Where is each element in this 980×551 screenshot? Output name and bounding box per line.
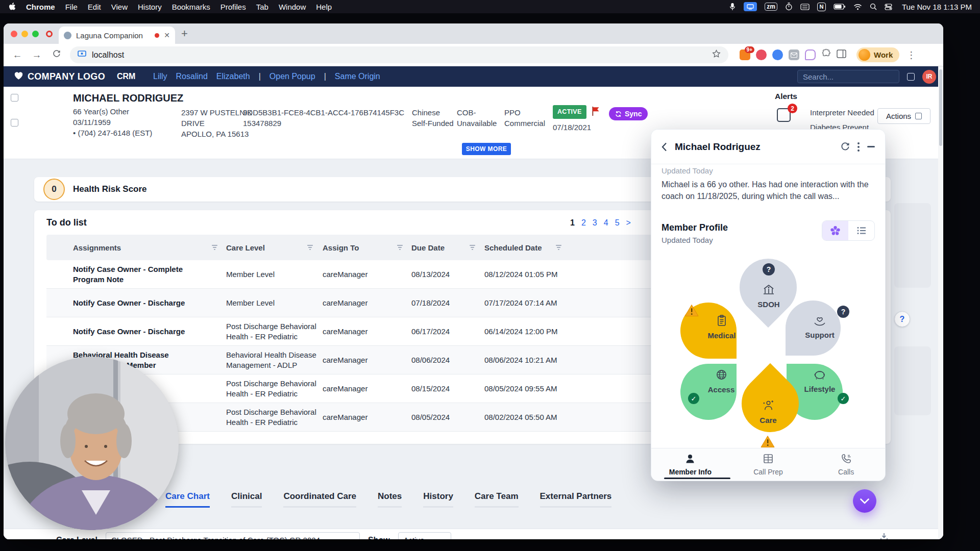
tab-care-team[interactable]: Care Team bbox=[475, 491, 519, 508]
menu-file[interactable]: File bbox=[65, 3, 78, 11]
menu-view[interactable]: View bbox=[111, 3, 128, 11]
show-select[interactable]: Active ▾ bbox=[398, 532, 451, 540]
scrollbar-thumb[interactable] bbox=[939, 69, 942, 146]
extension-icon-red[interactable] bbox=[756, 49, 767, 60]
tab-external-partners[interactable]: External Partners bbox=[540, 491, 612, 508]
refresh-icon[interactable] bbox=[840, 142, 850, 152]
flower-view-button[interactable] bbox=[822, 221, 848, 240]
care-level-select[interactable]: CLOSED - Post Discharge Transition of Ca… bbox=[106, 532, 360, 540]
stopwatch-icon[interactable] bbox=[785, 3, 793, 11]
page-3[interactable]: 3 bbox=[593, 218, 597, 228]
scroll-down-fab[interactable] bbox=[853, 489, 876, 513]
minimize-icon[interactable] bbox=[867, 146, 875, 147]
zoom-icon[interactable]: zm bbox=[765, 3, 777, 11]
page-4[interactable]: 4 bbox=[604, 218, 608, 228]
crm-link-elizabeth[interactable]: Elizabeth bbox=[216, 72, 250, 81]
spotlight-icon[interactable] bbox=[870, 3, 877, 10]
extension-icon-orange[interactable]: 9+ bbox=[740, 49, 750, 60]
column-header[interactable]: Scheduled Date bbox=[484, 235, 562, 260]
browser-tab[interactable]: Laguna Companion ✕ bbox=[59, 27, 175, 44]
crm-module-label[interactable]: CRM bbox=[117, 66, 135, 87]
crm-link-rosalind[interactable]: Rosalind bbox=[176, 72, 208, 81]
keyboard-icon[interactable] bbox=[800, 4, 810, 10]
close-window-button[interactable] bbox=[11, 31, 17, 37]
filter-icon[interactable] bbox=[555, 243, 562, 252]
flag-icon[interactable] bbox=[592, 106, 601, 118]
column-header[interactable]: Assign To bbox=[323, 235, 403, 260]
profile-chip[interactable]: Work bbox=[856, 47, 899, 62]
actions-button[interactable]: Actions bbox=[877, 108, 930, 124]
side-panel-icon[interactable] bbox=[837, 49, 846, 60]
show-more-button[interactable]: SHOW MORE bbox=[462, 143, 511, 155]
column-header[interactable]: Assignments bbox=[73, 235, 218, 260]
menu-profiles[interactable]: Profiles bbox=[220, 3, 246, 11]
search-field[interactable] bbox=[797, 70, 899, 83]
tab-history[interactable]: History bbox=[423, 491, 453, 508]
notion-icon[interactable]: N bbox=[817, 3, 826, 11]
download-icon[interactable] bbox=[879, 532, 889, 539]
nav-call-prep[interactable]: Call Prep bbox=[729, 448, 807, 481]
crm-link-lilly[interactable]: Lilly bbox=[153, 72, 167, 81]
extension-icon-chat[interactable] bbox=[805, 49, 816, 60]
page-scrollbar[interactable] bbox=[938, 66, 943, 539]
support-cluster: Support bbox=[799, 314, 840, 339]
tab-notes[interactable]: Notes bbox=[378, 491, 402, 508]
same-origin-link[interactable]: Same Origin bbox=[335, 72, 380, 81]
sidebar-checkbox-icon[interactable] bbox=[11, 94, 18, 102]
filter-icon[interactable] bbox=[469, 243, 476, 252]
mic-icon[interactable] bbox=[729, 3, 736, 11]
filter-icon[interactable] bbox=[307, 243, 313, 252]
menu-history[interactable]: History bbox=[138, 3, 162, 11]
list-view-button[interactable] bbox=[848, 221, 874, 240]
wifi-icon[interactable] bbox=[853, 4, 862, 10]
tab-care-chart[interactable]: Care Chart bbox=[165, 491, 210, 508]
menu-edit[interactable]: Edit bbox=[88, 3, 101, 11]
page-1[interactable]: 1 bbox=[570, 218, 575, 228]
apple-icon[interactable] bbox=[8, 3, 16, 11]
menubar-clock[interactable]: Tue Nov 18 1:13 PM bbox=[902, 3, 972, 11]
caregiver-icon bbox=[762, 399, 775, 414]
filter-icon[interactable] bbox=[397, 243, 403, 252]
tab-close-icon[interactable]: ✕ bbox=[164, 31, 170, 39]
address-bar[interactable]: localhost bbox=[70, 46, 728, 63]
kebab-menu-icon[interactable] bbox=[857, 142, 860, 152]
puzzle-icon[interactable] bbox=[821, 49, 831, 61]
nav-calls[interactable]: Calls bbox=[807, 448, 885, 481]
menu-bookmarks[interactable]: Bookmarks bbox=[172, 3, 210, 11]
browser-menu-icon[interactable]: ⋮ bbox=[906, 49, 916, 61]
tab-clinical[interactable]: Clinical bbox=[231, 491, 262, 508]
user-avatar[interactable]: IR bbox=[922, 70, 936, 84]
menu-window[interactable]: Window bbox=[279, 3, 306, 11]
sidebar-checkbox-icon[interactable] bbox=[11, 119, 18, 127]
tab-coordinated-care[interactable]: Coordinated Care bbox=[283, 491, 356, 508]
forward-icon[interactable]: → bbox=[29, 49, 44, 61]
page-2[interactable]: 2 bbox=[581, 218, 586, 228]
control-center-icon[interactable] bbox=[885, 4, 892, 10]
help-button[interactable]: ? bbox=[894, 311, 910, 327]
menu-help[interactable]: Help bbox=[316, 3, 332, 11]
column-header[interactable]: Care Level bbox=[226, 235, 313, 260]
sync-button[interactable]: Sync bbox=[609, 107, 648, 120]
company-logo[interactable]: COMPANY LOGO bbox=[14, 66, 105, 87]
minimize-window-button[interactable] bbox=[21, 31, 28, 37]
back-chevron-icon[interactable] bbox=[662, 142, 667, 152]
bookmark-star-icon[interactable] bbox=[712, 49, 721, 60]
menu-chrome[interactable]: Chrome bbox=[26, 3, 55, 11]
menu-tab[interactable]: Tab bbox=[256, 3, 268, 11]
page-5[interactable]: 5 bbox=[615, 218, 620, 228]
extension-icon-mail[interactable] bbox=[789, 49, 799, 60]
pagination-next[interactable]: > bbox=[626, 218, 631, 228]
window-restore-icon[interactable] bbox=[907, 73, 915, 81]
zoom-window-button[interactable] bbox=[32, 31, 39, 37]
nav-member-info[interactable]: Member Info bbox=[651, 448, 729, 481]
extension-icon-blue[interactable] bbox=[772, 49, 783, 60]
filter-icon[interactable] bbox=[211, 243, 218, 252]
column-header[interactable]: Due Date bbox=[411, 235, 476, 260]
reload-icon[interactable] bbox=[48, 49, 64, 61]
screen-share-icon[interactable] bbox=[744, 2, 757, 11]
new-tab-button[interactable]: + bbox=[181, 27, 188, 40]
search-input[interactable] bbox=[797, 70, 899, 83]
back-icon[interactable]: ← bbox=[10, 49, 25, 61]
open-popup-link[interactable]: Open Popup bbox=[270, 72, 315, 81]
url-text: localhost bbox=[92, 51, 124, 60]
